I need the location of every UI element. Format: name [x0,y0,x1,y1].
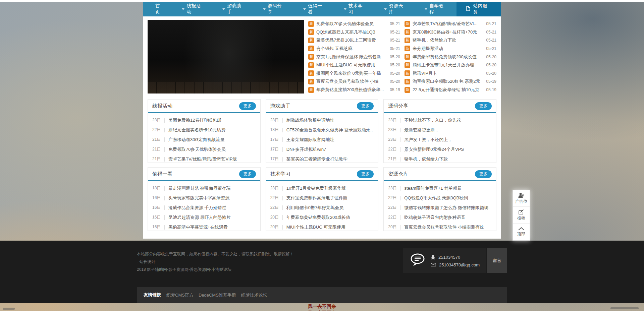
news-row[interactable]: 新年费黄钻直接抽200成长值或豪华...05-19 [308,87,400,93]
item-title[interactable]: 黑豹高清中字幕资源+在线观看 [168,224,256,230]
news-title[interactable]: 摄图网全民来砍价 0元购买一年插 [316,70,386,76]
news-row[interactable]: 新年费豪华黄钻免费领取200成长值05-20 [405,54,496,60]
section-item[interactable]: 21日免费领取70多天优酷体验会员 [152,144,256,154]
item-title[interactable]: 王者荣耀国际版官网地址 [286,137,374,143]
news-title[interactable]: 猪手机，依然给力下款 [413,37,482,43]
news-title[interactable]: 来分期提额活动 [413,46,482,52]
section-item[interactable]: 17日DNF多开虚拟机win7 [270,144,374,154]
item-title[interactable]: 美团免费撸12卷打印纸包邮 [168,117,256,123]
back-to-top-button[interactable]: 顶部 [513,224,530,240]
news-row[interactable]: 新腾讯VIP月卡05-20 [405,70,496,76]
section-item[interactable]: 23日10元开1月黄钻免费升级豪华版 [270,183,374,193]
news-title[interactable]: 京东0撸K3C路由器+拉杆箱+70元 [413,29,482,35]
section-item[interactable]: 22日景安拉新拼团0元撸24个月VPS [388,144,492,154]
news-title[interactable]: QQ浏览器归去来高几率抽1QB [316,29,386,35]
news-title[interactable]: 年费豪华黄钻免费领取200成长值 [413,54,482,60]
nav-item-6[interactable]: 资源仓库 [375,2,416,16]
submit-post-button[interactable]: 投稿 [513,207,530,224]
nav-item-2[interactable]: 游戏助手 [214,2,254,16]
more-button[interactable]: 更多 [475,170,492,178]
more-button[interactable]: 更多 [357,102,374,110]
item-title[interactable]: 猪手机，依然给力下款 [404,156,492,162]
news-title[interactable]: 免费领取70多天优酷体验会员 [316,21,386,27]
news-title[interactable]: 年费黄钻直接抽200成长值或豪华... [316,87,386,93]
section-item[interactable]: 22日吃鸡萌妹子语音包内附多种语音 [388,212,492,222]
message-button[interactable]: 留言 [487,248,507,273]
news-row[interactable]: 新猪手机，依然给力下款05-21 [405,37,496,43]
more-button[interactable]: 更多 [357,170,374,178]
item-title[interactable]: CF520全新首发领永久做男神 登录游戏领永.. [286,127,374,133]
section-item[interactable]: 20日MIUI个性主题BUG 可无限使用 [270,222,374,231]
section-item[interactable]: 18日CF520全新首发领永久做男神 登录游戏领永.. [270,125,374,135]
item-title[interactable]: 暴走漫画遭封杀 被曝侮辱董存瑞 [168,185,256,191]
section-item[interactable]: 16日黑豹高清中字幕资源+在线观看 [152,222,256,231]
item-title[interactable]: MIUI个性主题BUG 可无限使用 [286,224,374,230]
email-contact[interactable]: 251034570@qq.com [431,262,480,267]
news-row[interactable]: 新有个钱包 无视芝麻05-21 [308,46,400,52]
section-item[interactable]: 21日猪手机，依然给力下款 [388,154,492,163]
section-item[interactable]: 17日某宝买的王者荣耀专业打法教学 [270,154,374,163]
item-title[interactable]: 支付宝免费制作高清电子证件照 [286,195,374,201]
news-row[interactable]: 新MIUI个性主题BUG 可无限使用05-20 [308,62,400,68]
section-item[interactable]: 22日QQ钱包Q币大作战 亲测3QB秒到 [388,193,492,203]
nav-item-0[interactable]: 首页 [143,2,173,16]
nav-item-3[interactable]: 源码分享 [254,2,295,16]
section-item[interactable]: 18日暴走漫画遭封杀 被曝侮辱董存瑞 [152,183,256,193]
item-title[interactable]: 景安拉新拼团0元撸24个月VPS [404,146,492,152]
section-item[interactable]: 22日微信零钱转账限额了怎么办 微信转账限额调. [388,203,492,212]
item-title[interactable]: 新纪元金服实名绑卡10元话费 [168,127,256,133]
item-title[interactable]: 某宝买的王者荣耀专业打法教学 [286,156,374,162]
news-title[interactable]: 聚美优品7元拼10以上三网话费 [316,37,386,43]
item-title[interactable]: 百度云盘会员账号获取软件 小编实测有效 [404,224,492,230]
news-row[interactable]: 新聚美优品7元拼10以上三网话费05-21 [308,37,400,43]
ad-slot-button[interactable]: 广告位 [513,190,530,207]
section-item[interactable]: 23日刺激战场体验服申请地址 [270,115,374,125]
item-title[interactable]: 刺激战场体验服申请地址 [286,117,374,123]
item-title[interactable]: 免费领取70多天优酷体验会员 [168,146,256,152]
news-title[interactable]: 安卓芒果TV/优酷/腾讯/爱奇艺VI... [413,21,482,27]
item-title[interactable]: 年费豪华黄钻免费领取200成长值 [286,214,374,221]
qq-number[interactable]: 251034570 [438,255,460,260]
section-item[interactable]: 23日黑户发工资，不还的上， [388,135,492,144]
section-item[interactable]: 21日广东移动领30G定向视频流量 [152,135,256,144]
news-title[interactable]: 腾讯VIP月卡 [413,70,482,76]
news-row[interactable]: 新京东1元撸绿珠保温杯 限壹钱包新05-20 [308,54,400,60]
section-item[interactable]: 20日年费豪华黄钻免费领取200成长值 [270,212,374,222]
news-row[interactable]: 新摄图网全民来砍价 0元购买一年插05-20 [308,70,400,76]
news-row[interactable]: 新腾讯王卡宽带1元1天已开放办理05-20 [405,62,496,68]
nav-item-7[interactable]: 自学教程 [416,2,457,16]
item-title[interactable]: 安卓芒果TV/优酷/腾讯/爱奇艺VIP版 [168,156,256,162]
news-row[interactable]: 新百度云盘会员账号获取软件 小编05-20 [308,78,400,84]
friend-link[interactable]: 织梦技术论坛 [241,293,267,298]
section-item[interactable]: 20日百度云盘会员账号获取软件 小编实测有效 [388,222,492,231]
item-title[interactable]: 吃鸡萌妹子语音包内附多种语音 [404,214,492,221]
item-title[interactable]: steam限时免费喜+1 简单粗暴 [404,185,492,191]
section-item[interactable]: 22日新纪元金服实名绑卡10元话费 [152,125,256,135]
section-item[interactable]: 16日漫威作品合集资源 千万别错过 [152,203,256,212]
news-title[interactable]: MIUI个性主题BUG 可无限使用 [316,62,386,68]
news-title[interactable]: 22.5元开通情侣豪华绿钻 抽10元京 [413,87,482,93]
nav-item-1[interactable]: 线报活动 [173,2,214,16]
item-title[interactable]: 昆池岩超清资源 最吓人的恐怖片 [168,214,256,221]
section-item[interactable]: 16日昆池岩超清资源 最吓人的恐怖片 [152,212,256,222]
news-row[interactable]: 新22.5元开通情侣豪华绿钻 抽10元京05-19 [405,87,496,93]
section-item[interactable]: 23日美团免费撸12卷打印纸包邮 [152,115,256,125]
nav-item-5[interactable]: 技术学习 [335,2,376,16]
more-button[interactable]: 更多 [475,102,492,110]
news-row[interactable]: 新淘宝搜索口令领取520红包 亲测2元05-19 [405,78,496,84]
news-row[interactable]: 新京东0撸K3C路由器+拉杆箱+70元05-21 [405,29,496,35]
nav-service-button[interactable]: 站内服务 [457,2,501,16]
news-title[interactable]: 百度云盘会员账号获取软件 小编 [316,78,386,84]
section-item[interactable]: 16日头号玩家韩版完美中字高清资源 [152,193,256,203]
item-title[interactable]: 广东移动领30G定向视频流量 [168,137,256,143]
section-item[interactable]: 23日steam限时免费喜+1 简单粗暴 [388,183,492,193]
news-title[interactable]: 淘宝搜索口令领取520红包 亲测2元 [413,78,482,84]
item-title[interactable]: 10元开1月黄钻免费升级豪华版 [286,185,374,191]
news-row[interactable]: 新QQ浏览器归去来高几率抽1QB05-21 [308,29,400,35]
hero-slider-image[interactable] [148,20,304,94]
item-title[interactable]: 黑户发工资，不还的上， [404,137,492,143]
section-item[interactable]: 22日支付宝免费制作高清电子证件照 [270,193,374,203]
section-item[interactable]: 17日王者荣耀国际版官网地址 [270,135,374,144]
item-title[interactable]: 头号玩家韩版完美中字高清资源 [168,195,256,201]
friend-link[interactable]: 织梦CMS官方 [166,293,194,298]
